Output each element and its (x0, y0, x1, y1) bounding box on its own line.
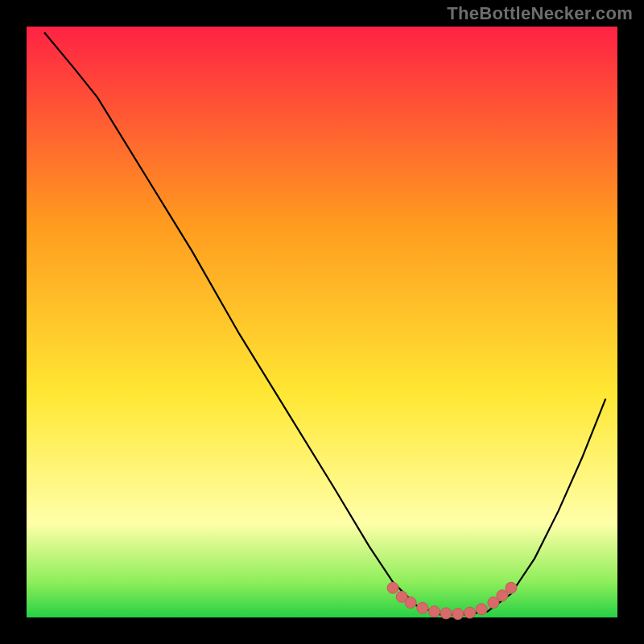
marker-dot (405, 597, 416, 609)
marker-dot (506, 582, 517, 593)
marker-dot (429, 606, 440, 617)
bottleneck-chart (0, 0, 644, 644)
marker-dot (452, 609, 464, 620)
marker-dot (497, 590, 508, 601)
marker-dot (417, 602, 428, 613)
marker-dot (476, 604, 487, 615)
marker-dot (387, 582, 398, 593)
marker-dot (464, 607, 476, 618)
marker-dot (440, 608, 452, 619)
chart-frame: { "watermark": "TheBottleNecker.com", "c… (0, 0, 644, 644)
plot-area (27, 27, 617, 617)
watermark-text: TheBottleNecker.com (447, 3, 633, 24)
